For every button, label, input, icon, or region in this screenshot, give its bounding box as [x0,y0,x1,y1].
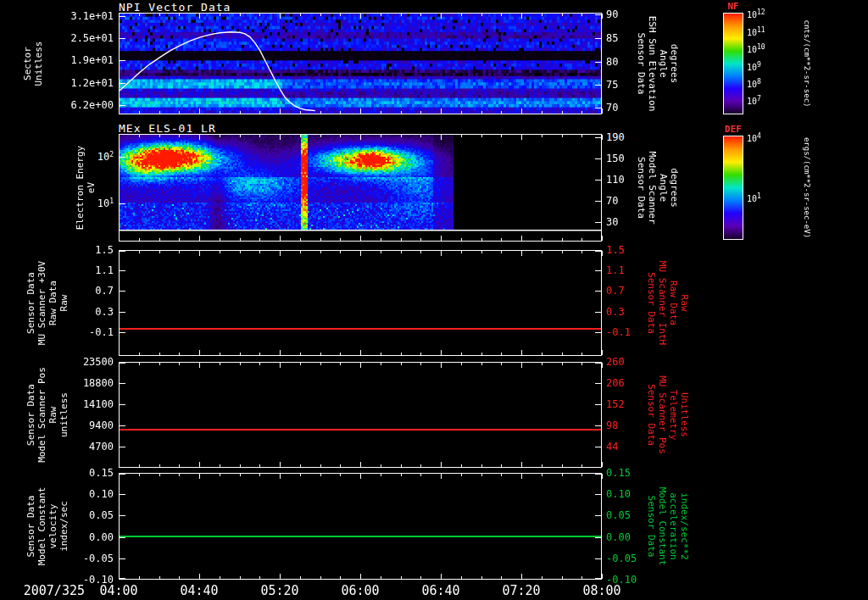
axis-tick-mark [381,464,381,467]
axis-tick-mark [259,363,260,365]
axis-tick-mark [220,464,220,467]
exponent: 1 [109,197,114,205]
panel-mu-scanner-raw [119,250,602,356]
axis-tick-mark [420,14,421,16]
axis-tick-mark [199,236,200,241]
axis-tick-mark [320,14,321,16]
axis-tick-mark [501,238,502,241]
panel-model-constant-right-tick-label: 0.00 [606,532,648,543]
axis-tick-mark [240,238,241,241]
axis-tick-mark [199,251,200,256]
colorbar-def [723,136,743,240]
axis-tick-mark [320,576,321,579]
axis-tick-mark [521,251,522,256]
axis-tick-mark [280,135,281,140]
panel-model-constant-right-tick-label: 0.05 [606,510,648,521]
axis-tick-mark [542,576,542,579]
axis-tick-mark [139,111,140,114]
axis-tick-mark [139,14,140,16]
axis-tick-mark [320,135,321,137]
axis-tick-mark [139,238,140,241]
axis-tick-mark [595,537,601,538]
axis-tick-mark [139,464,140,467]
axis-tick-mark [220,474,220,476]
axis-tick-mark [120,537,125,538]
axis-tick-mark [501,474,502,476]
axis-tick-mark [179,238,180,241]
axis-tick-mark [595,251,601,252]
axis-tick-mark [119,350,120,355]
axis-tick-mark [381,363,381,365]
els-spectrogram [120,135,601,241]
axis-tick-mark [139,135,140,137]
axis-tick-mark [481,363,482,365]
axis-tick-mark [441,363,442,368]
panel-model-constant [119,473,602,580]
axis-tick-mark [420,363,421,365]
axis-tick-mark [159,474,160,476]
axis-tick-mark [542,111,542,114]
axis-tick-mark [120,425,125,426]
axis-tick-mark [501,111,502,114]
axis-tick-mark [120,515,125,516]
axis-tick-mark [340,14,341,16]
axis-tick-mark [602,350,603,355]
axis-tick-mark [602,251,603,256]
axis-tick-mark [581,135,582,137]
axis-tick-mark [441,251,442,256]
axis-tick-mark [320,353,321,355]
axis-tick-mark [199,363,200,368]
panel-scanner-pos-right-tick-label: 260 [606,357,648,368]
time-tick-label: 06:00 [331,583,389,598]
axis-tick-mark [581,111,582,114]
axis-tick-mark [179,353,180,355]
time-tick-label: 04:00 [90,583,147,598]
axis-tick-mark [120,291,125,292]
axis-tick-mark [240,464,241,467]
axis-tick-mark [120,60,125,61]
axis-tick-mark [139,576,140,579]
time-tick-label: 08:00 [573,583,631,598]
axis-tick-mark [300,14,301,16]
axis-tick-mark [581,363,582,365]
colorbar-def-units-label: ergs/(cm**2-sr-sec-eV) [801,136,812,240]
data-line-model-constant [120,536,601,537]
time-tick-label: 07:20 [492,583,550,598]
axis-tick-mark [595,404,601,405]
axis-tick-mark [602,474,603,479]
axis-tick-mark [300,111,301,114]
axis-tick-mark [461,251,462,253]
panel-npi-right-axis-label: degrees Angle ESH Sun Elevation Sensor D… [636,13,680,114]
axis-tick-mark [562,251,563,253]
sun-elevation-polyline [120,32,315,111]
axis-tick-mark [521,236,522,241]
axis-tick-mark [595,312,601,313]
axis-tick-mark [521,462,522,467]
colorbar-nf-tick-label: 108 [747,81,761,90]
axis-tick-mark [595,425,601,426]
panel-scanner-pos-left-axis-label: Sensor Data Model Scanner Pos Raw unitle… [25,362,70,468]
axis-tick-mark [481,238,482,241]
axis-tick-mark [360,135,361,140]
exponent: 2 [109,151,114,158]
axis-tick-mark [595,137,601,138]
axis-tick-mark [441,350,442,355]
axis-tick-mark [581,464,582,467]
axis-tick-mark [401,14,402,16]
panel-npi-left-tick-label: 2.5e+01 [61,33,114,44]
axis-tick-mark [602,462,603,467]
axis-tick-mark [481,251,482,253]
exponent: 7 [757,95,761,103]
axis-tick-mark [320,238,321,241]
axis-tick-mark [562,363,563,365]
axis-tick-mark [602,108,603,114]
axis-tick-mark [441,108,442,114]
colorbar-def-tick-label: 104 [747,135,761,144]
axis-tick-mark [441,462,442,467]
axis-tick-mark [240,111,241,114]
axis-tick-mark [595,494,601,495]
axis-tick-mark [562,464,563,467]
axis-tick-mark [120,404,125,405]
axis-tick-mark [360,363,361,368]
axis-tick-mark [401,238,402,241]
